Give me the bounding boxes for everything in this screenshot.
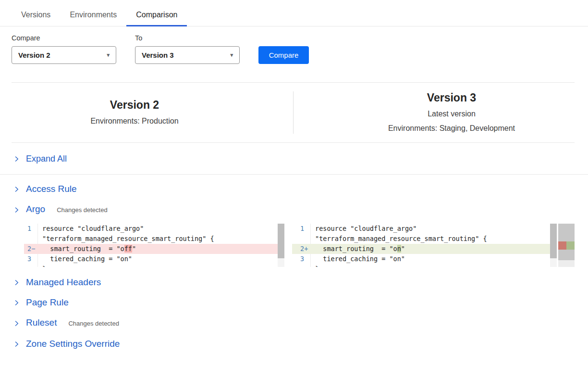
section-title: Zone Settings Override [26, 339, 120, 349]
diff-pane-left: 1resource "cloudflare_argo""terraform_ma… [24, 224, 284, 267]
chevron-right-icon [13, 186, 20, 192]
diff-line: } [292, 264, 550, 267]
vertical-scrollbar[interactable] [550, 224, 557, 267]
expand-all-label: Expand All [26, 154, 67, 164]
line-number: 2− [24, 244, 37, 254]
dropdown-caret-icon: ▾ [230, 52, 233, 58]
line-number [24, 264, 37, 267]
line-number: 2+ [292, 244, 310, 254]
section-title: Access Rule [26, 184, 77, 194]
chevron-right-icon [13, 300, 20, 306]
vertical-divider [293, 91, 294, 134]
diff-line: "terraform_managed_resource_smart_routin… [24, 234, 278, 244]
code-segment: "terraform_managed_resource_smart_routin… [42, 235, 214, 242]
line-number [292, 264, 310, 267]
compare-label: Compare [12, 34, 116, 42]
section-argo[interactable]: ArgoChanges detected [0, 199, 588, 220]
diff-line: } [24, 264, 278, 267]
chevron-right-icon [13, 156, 20, 162]
tab-versions[interactable]: Versions [12, 6, 60, 26]
tab-bar: VersionsEnvironmentsComparison [0, 0, 588, 26]
tab-environments[interactable]: Environments [60, 6, 126, 26]
line-number: 1 [24, 224, 37, 234]
line-number: 3 [292, 254, 310, 264]
code-segment: resource "cloudflare_argo" [315, 225, 416, 232]
chevron-right-icon [13, 207, 20, 213]
compare-field: Compare Version 2 ▾ [12, 34, 116, 64]
code-segment: smart_routing = "o [42, 245, 124, 253]
compare-version-select-value: Version 2 [18, 51, 50, 59]
scrollbar-thumb[interactable] [278, 224, 284, 258]
code-segment: " [401, 245, 405, 253]
version-right-subtitle: Latest version [428, 109, 476, 119]
inline-diff-highlight: n [397, 245, 401, 253]
code-text: smart_routing = "off" [37, 244, 278, 254]
inline-diff-highlight: ff [124, 245, 132, 253]
version-left-title: Version 2 [110, 99, 159, 112]
code-segment: } [315, 265, 319, 267]
section-title: Managed Headers [26, 277, 101, 288]
to-version-select[interactable]: Version 3 ▾ [135, 46, 240, 64]
section-title: Argo [26, 204, 45, 215]
dropdown-caret-icon: ▾ [107, 52, 110, 58]
resource-sections: Access RuleArgoChanges detected1resource… [0, 175, 588, 354]
section-access-rule[interactable]: Access Rule [0, 179, 588, 199]
changes-detected-badge: Changes detected [57, 205, 108, 215]
code-segment: tiered_caching = "on" [42, 255, 132, 263]
code-text: smart_routing = "on" [310, 244, 550, 254]
version-comparison-header: Version 2 Environments: Production Versi… [0, 83, 588, 142]
compare-version-select[interactable]: Version 2 ▾ [12, 46, 116, 64]
section-ruleset[interactable]: RulesetChanges detected [0, 313, 588, 334]
version-left-header: Version 2 Environments: Production [12, 83, 257, 142]
scrollbar-thumb[interactable] [550, 224, 557, 258]
vertical-scrollbar[interactable] [278, 224, 284, 267]
diff-line: 1resource "cloudflare_argo" [24, 224, 278, 234]
diff-line: 3 tiered_caching = "on" [292, 254, 550, 264]
version-right-environments: Environments: Staging, Development [388, 123, 515, 134]
code-area: 1resource "cloudflare_argo""terraform_ma… [292, 224, 550, 267]
changes-detected-badge: Changes detected [68, 318, 119, 329]
code-segment: " [132, 245, 136, 253]
diff-line-removed: 2− smart_routing = "off" [24, 244, 278, 254]
code-text: } [37, 264, 278, 267]
to-field: To Version 3 ▾ [135, 34, 240, 64]
section-title: Ruleset [26, 317, 57, 328]
code-text: tiered_caching = "on" [310, 254, 550, 264]
chevron-right-icon [13, 279, 20, 286]
diff-line: 1resource "cloudflare_argo" [292, 224, 550, 234]
to-label: To [135, 34, 240, 42]
code-segment: tiered_caching = "on" [315, 255, 405, 263]
code-text: resource "cloudflare_argo" [37, 224, 278, 234]
code-segment: smart_routing = "o [315, 245, 397, 253]
section-zone-settings-override[interactable]: Zone Settings Override [0, 334, 588, 354]
code-segment: } [42, 265, 46, 267]
line-number: 1 [292, 224, 310, 234]
version-left-environments: Environments: Production [90, 116, 178, 126]
code-text: "terraform_managed_resource_smart_routin… [37, 234, 278, 244]
diff-line-added: 2+ smart_routing = "on" [292, 244, 550, 254]
diff-line: 3 tiered_caching = "on" [24, 254, 278, 264]
diff-pane-right: 1resource "cloudflare_argo""terraform_ma… [292, 224, 575, 267]
section-managed-headers[interactable]: Managed Headers [0, 272, 588, 292]
diff-overview-ruler[interactable] [558, 224, 575, 267]
diff-line: "terraform_managed_resource_smart_routin… [292, 234, 550, 244]
expand-all-row[interactable]: Expand All [0, 143, 588, 175]
version-right-header: Version 3 Latest version Environments: S… [329, 83, 575, 142]
compare-button[interactable]: Compare [258, 46, 309, 64]
overview-removed-marker [558, 241, 566, 250]
chevron-right-icon [13, 320, 20, 327]
line-number [292, 234, 310, 244]
compare-form: Compare Version 2 ▾ To Version 3 ▾ Compa… [12, 34, 588, 64]
section-page-rule[interactable]: Page Rule [0, 292, 588, 313]
chevron-right-icon [13, 341, 20, 347]
line-number: 3 [24, 254, 37, 264]
code-segment: "terraform_managed_resource_smart_routin… [315, 235, 487, 242]
section-title: Page Rule [26, 297, 69, 308]
line-number [24, 234, 37, 244]
code-text: } [310, 264, 550, 267]
tab-comparison[interactable]: Comparison [126, 6, 187, 26]
code-area: 1resource "cloudflare_argo""terraform_ma… [24, 224, 278, 267]
to-version-select-value: Version 3 [142, 51, 174, 59]
argo-diff: 1resource "cloudflare_argo""terraform_ma… [24, 224, 588, 267]
version-right-title: Version 3 [427, 91, 476, 104]
